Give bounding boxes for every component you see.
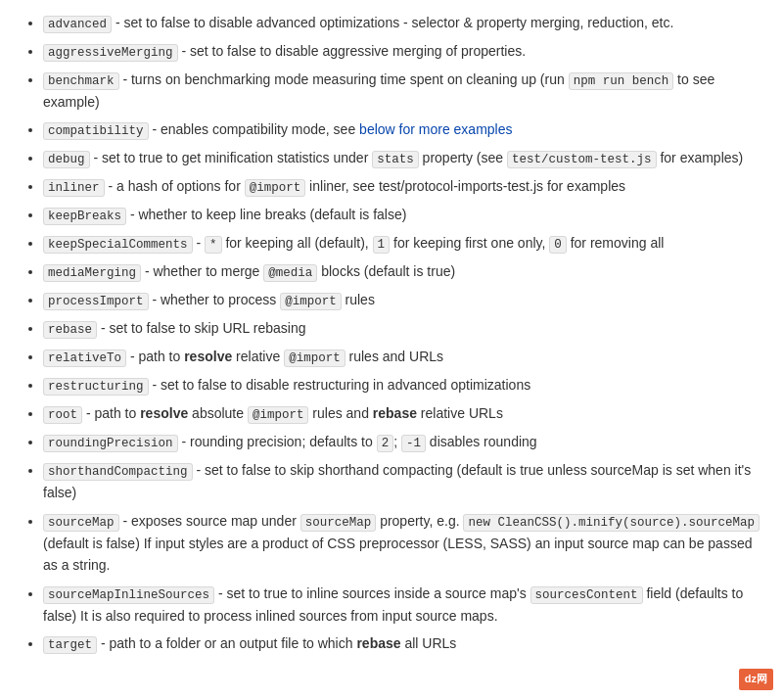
strong-rebase-target: rebase: [356, 635, 400, 651]
desc-root-4: relative URLs: [417, 405, 503, 421]
strong-rebase-root: rebase: [373, 405, 417, 421]
term-target: target: [43, 636, 97, 654]
list-item: processImport - whether to process @impo…: [43, 289, 767, 311]
strong-resolve-root: resolve: [140, 405, 188, 421]
desc-mm-2: blocks (default is true): [317, 263, 455, 279]
term-benchmark: benchmark: [43, 72, 119, 90]
desc-root-3: rules and: [308, 405, 372, 421]
desc-rt-2: relative: [232, 349, 284, 364]
list-item: benchmark - turns on benchmarking mode m…: [43, 69, 767, 113]
desc-pi-1: - whether to process: [152, 292, 280, 307]
desc-debug-2: property (see: [419, 150, 507, 165]
desc-target-1: - path to a folder or an output file to …: [101, 635, 357, 651]
term-sourceMapInlineSources: sourceMapInlineSources: [43, 586, 214, 604]
desc-restructuring: - set to false to disable restructuring …: [152, 377, 530, 393]
code-at-import-rt: @import: [284, 350, 345, 367]
term-sourceMap: sourceMap: [43, 514, 119, 532]
term-root: root: [43, 406, 82, 424]
code-sourcesContent: sourcesContent: [530, 586, 643, 604]
desc-inliner-1: - a hash of options for: [108, 178, 244, 194]
list-item: inliner - a hash of options for @import …: [43, 175, 767, 198]
code-npm-run-bench: npm run bench: [569, 72, 674, 90]
options-list: advanced - set to false to disable advan…: [20, 12, 767, 655]
code-minus1: -1: [401, 435, 426, 452]
term-debug: debug: [43, 151, 90, 168]
term-advanced: advanced: [43, 16, 112, 33]
desc-target-2: all URLs: [401, 635, 457, 651]
desc-rp-2: ;: [393, 434, 401, 449]
desc-root-2: absolute: [188, 405, 248, 421]
code-star: *: [205, 236, 222, 254]
desc-smis-1: - set to true to inline sources inside a…: [218, 585, 530, 601]
code-one: 1: [373, 236, 391, 254]
desc-rt-1: - path to: [130, 349, 184, 364]
desc-root-1: - path to: [86, 405, 140, 421]
desc-ksc-4: for removing all: [567, 235, 665, 251]
desc-rt-3: rules and URLs: [345, 349, 443, 364]
term-mediaMerging: mediaMerging: [43, 264, 141, 282]
list-item: relativeTo - path to resolve relative @i…: [43, 346, 767, 368]
code-at-import-root: @import: [248, 406, 309, 424]
list-item: rebase - set to false to skip URL rebasi…: [43, 317, 767, 340]
desc-rebase: - set to false to skip URL rebasing: [101, 320, 306, 336]
term-rebase: rebase: [43, 321, 97, 339]
list-item: keepSpecialComments - * for keeping all …: [43, 232, 767, 255]
desc-ksc-1: -: [196, 235, 205, 251]
term-inliner: inliner: [43, 179, 105, 197]
term-aggressiveMerging: aggressiveMerging: [43, 44, 178, 62]
list-item: roundingPrecision - rounding precision; …: [43, 431, 767, 453]
list-item: compatibility - enables compatibility mo…: [43, 118, 767, 141]
watermark-badge: dz网: [739, 669, 773, 673]
code-new-cleancss: new CleanCSS().minify(source).sourceMap: [463, 514, 760, 532]
list-item: aggressiveMerging - set to false to disa…: [43, 40, 767, 63]
list-item: target - path to a folder or an output f…: [43, 632, 767, 655]
desc-rp-3: disables rounding: [426, 434, 537, 449]
desc-pi-2: rules: [342, 292, 375, 307]
desc-benchmark-1: - turns on benchmarking mode measuring t…: [122, 71, 568, 87]
code-sourceMap-prop: sourceMap: [300, 514, 377, 532]
term-keepSpecialComments: keepSpecialComments: [43, 236, 193, 254]
term-restructuring: restructuring: [43, 378, 149, 396]
strong-resolve-rt: resolve: [184, 349, 232, 364]
list-item: root - path to resolve absolute @import …: [43, 402, 767, 425]
code-at-import-pi: @import: [280, 293, 342, 310]
desc-compatibility-1: - enables compatibility mode, see: [152, 121, 359, 137]
list-item: restructuring - set to false to disable …: [43, 374, 767, 397]
desc-inliner-2: inliner, see test/protocol-imports-test.…: [305, 178, 625, 194]
list-item: debug - set to true to get minification …: [43, 147, 767, 169]
desc-rp-1: - rounding precision; defaults to: [181, 434, 376, 449]
link-below-examples[interactable]: below for more examples: [359, 121, 512, 137]
desc-keepBreaks: - whether to keep line breaks (default i…: [130, 207, 406, 222]
desc-advanced: - set to false to disable advanced optim…: [115, 15, 673, 30]
desc-sm-3: (default is false) If input styles are a…: [43, 536, 752, 573]
code-custom-test: test/custom-test.js: [507, 151, 657, 168]
term-relativeTo: relativeTo: [43, 350, 126, 367]
code-zero: 0: [549, 236, 567, 254]
desc-sm-1: - exposes source map under: [122, 513, 299, 529]
term-keepBreaks: keepBreaks: [43, 208, 126, 225]
list-item: sourceMap - exposes source map under sou…: [43, 510, 767, 577]
desc-ksc-3: for keeping first one only,: [390, 235, 549, 251]
code-at-import-inliner: @import: [245, 179, 306, 197]
term-compatibility: compatibility: [43, 122, 149, 140]
list-item: advanced - set to false to disable advan…: [43, 12, 767, 34]
desc-sm-2: property, e.g.: [376, 513, 463, 529]
desc-ksc-2: for keeping all (default),: [222, 235, 373, 251]
term-shorthandCompacting: shorthandCompacting: [43, 463, 193, 481]
code-at-media: @media: [263, 264, 317, 282]
list-item: shorthandCompacting - set to false to sk…: [43, 459, 767, 503]
code-stats: stats: [372, 151, 419, 168]
list-item: keepBreaks - whether to keep line breaks…: [43, 204, 767, 226]
desc-debug-3: for examples): [657, 150, 744, 165]
code-2: 2: [377, 435, 394, 452]
list-item: sourceMapInlineSources - set to true to …: [43, 583, 767, 627]
desc-mm-1: - whether to merge: [145, 263, 263, 279]
term-processImport: processImport: [43, 293, 149, 310]
desc-aggressiveMerging: - set to false to disable aggressive mer…: [181, 43, 526, 59]
term-roundingPrecision: roundingPrecision: [43, 435, 178, 452]
list-item: mediaMerging - whether to merge @media b…: [43, 260, 767, 283]
desc-debug-1: - set to true to get minification statis…: [93, 150, 372, 165]
